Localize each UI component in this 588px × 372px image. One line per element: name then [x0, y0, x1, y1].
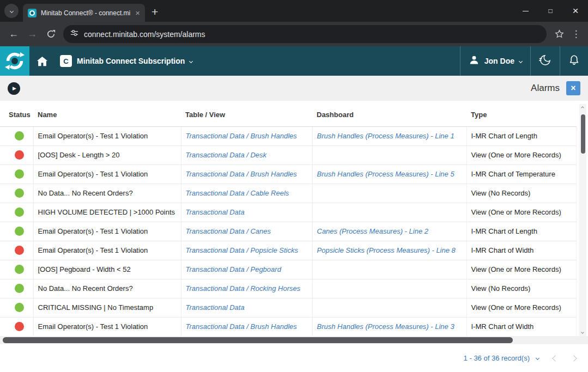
table-row[interactable]: Email Operator(s) - Test 1 Violation Tra… [0, 164, 576, 184]
tab-search-button[interactable] [4, 4, 19, 18]
name-cell: HIGH VOLUME DETECTED | >1000 Points [33, 203, 181, 222]
scheduler-button[interactable] [530, 46, 560, 76]
user-name: Jon Doe [484, 57, 514, 65]
alarm-dashboard-link[interactable]: Popsicle Sticks (Process Measures) - Lin… [317, 246, 456, 254]
notifications-button[interactable] [560, 46, 588, 76]
alarms-content: Status Name Table / View Dashboard Type … [0, 101, 588, 372]
alarm-dashboard-link[interactable]: Canes (Process Measures) - Line 2 [317, 227, 428, 235]
panel-close-button[interactable]: × [566, 81, 580, 95]
alarm-dashboard-link[interactable]: Brush Handles (Process Measures) - Line … [317, 322, 454, 331]
dashboard-cell [312, 145, 466, 164]
alarm-table-view-link[interactable]: Transactional Data / Canes [186, 227, 271, 235]
table-row[interactable]: Email Operator(s) - Test 1 Violation Tra… [0, 241, 576, 260]
alarm-type: View (No Records) [471, 284, 531, 292]
status-cell [0, 203, 33, 222]
alarm-table-view-link[interactable]: Transactional Data / Rocking Horses [186, 284, 301, 292]
vertical-scrollbar-thumb[interactable] [581, 114, 585, 154]
browser-tab[interactable]: Minitab Connect® - connect.mi... × [23, 4, 145, 22]
table-view-cell: Transactional Data / Pegboard [181, 260, 312, 279]
scroll-up-icon[interactable] [581, 106, 584, 109]
alarm-table-view-link[interactable]: Transactional Data / Cable Reels [186, 189, 289, 197]
name-cell: [OOS] Desk - Length > 20 [33, 145, 181, 164]
alarm-table-view-link[interactable]: Transactional Data [186, 208, 245, 216]
alarm-table-view-link[interactable]: Transactional Data [186, 303, 245, 312]
column-header-dashboard[interactable]: Dashboard [312, 101, 466, 126]
records-dropdown[interactable]: 1 - 36 of 36 record(s) [464, 354, 539, 362]
window-close-button[interactable]: × [563, 0, 588, 22]
records-label: 1 - 36 of 36 record(s) [464, 354, 530, 362]
table-row[interactable]: No Data... No Recent Orders? Transaction… [0, 279, 576, 298]
type-cell: View (No Records) [466, 184, 576, 203]
minimize-icon [523, 11, 529, 11]
address-bar[interactable]: connect.minitab.com/system/alarms [63, 25, 547, 43]
alarm-table-view-link[interactable]: Transactional Data / Popsicle Sticks [186, 246, 298, 254]
forward-button[interactable]: → [23, 25, 41, 44]
column-header-name[interactable]: Name [33, 101, 181, 126]
table-row[interactable]: [OOS] Pegboard - Width < 52 Transactiona… [0, 260, 576, 279]
tab-title: Minitab Connect® - connect.mi... [41, 9, 131, 17]
alarm-name: Email Operator(s) - Test 1 Violation [38, 170, 148, 178]
scroll-down-icon[interactable] [581, 331, 584, 334]
alarm-table-view-link[interactable]: Transactional Data / Brush Handles [186, 322, 297, 331]
next-page-button[interactable] [571, 355, 577, 361]
name-cell: Email Operator(s) - Test 1 Violation [33, 126, 181, 145]
alarm-table-view-link[interactable]: Transactional Data / Brush Handles [186, 170, 297, 178]
alarm-type: View (One or More Records) [471, 303, 561, 312]
back-button[interactable]: ← [4, 25, 23, 44]
table-row[interactable]: No Data... No Recent Orders? Transaction… [0, 184, 576, 203]
subscription-selector[interactable]: C Minitab Connect Subscription [54, 46, 198, 76]
dashboard-cell: Popsicle Sticks (Process Measures) - Lin… [312, 241, 466, 260]
home-button[interactable] [29, 46, 54, 76]
table-row[interactable]: Email Operator(s) - Test 1 Violation Tra… [0, 317, 576, 336]
table-view-cell: Transactional Data [181, 203, 312, 222]
column-header-table-view[interactable]: Table / View [181, 101, 312, 126]
table-row[interactable]: [OOS] Desk - Length > 20 Transactional D… [0, 145, 576, 164]
reload-button[interactable] [41, 25, 60, 44]
new-tab-button[interactable]: + [151, 6, 158, 17]
status-dot [15, 265, 24, 274]
alarm-name: Email Operator(s) - Test 1 Violation [38, 322, 148, 331]
horizontal-scrollbar[interactable] [0, 336, 588, 344]
table-view-cell: Transactional Data / Cable Reels [181, 184, 312, 203]
maximize-button[interactable]: □ [538, 0, 563, 22]
dashboard-cell [312, 203, 466, 222]
alarm-name: Email Operator(s) - Test 1 Violation [38, 246, 148, 254]
alarm-name: HIGH VOLUME DETECTED | >1000 Points [38, 208, 175, 216]
expand-menu-button[interactable]: ▶ [8, 82, 20, 95]
prev-page-button[interactable] [552, 355, 558, 361]
site-info-icon[interactable] [70, 29, 78, 39]
browser-menu-button[interactable]: ⋮ [568, 25, 584, 44]
table-row[interactable]: Email Operator(s) - Test 1 Violation Tra… [0, 222, 576, 241]
alarm-type: I-MR Chart of Length [471, 227, 537, 235]
minimize-button[interactable] [513, 0, 538, 22]
status-dot [15, 303, 24, 312]
alarm-dashboard-link[interactable]: Brush Handles (Process Measures) - Line … [317, 132, 454, 140]
horizontal-scrollbar-thumb[interactable] [3, 337, 513, 343]
alarm-table-view-link[interactable]: Transactional Data / Brush Handles [186, 132, 297, 140]
table-header-row: Status Name Table / View Dashboard Type [0, 101, 576, 126]
alarm-type: I-MR Chart of Temperature [471, 170, 555, 178]
alarm-table-view-link[interactable]: Transactional Data / Pegboard [186, 265, 281, 273]
status-dot [15, 169, 24, 179]
close-icon: × [571, 83, 575, 93]
column-header-status[interactable]: Status [0, 101, 33, 126]
alarm-dashboard-link[interactable]: Brush Handles (Process Measures) - Line … [317, 170, 454, 178]
name-cell: Email Operator(s) - Test 1 Violation [33, 222, 181, 241]
vertical-scrollbar[interactable] [579, 104, 586, 336]
table-row[interactable]: CRITICAL MISSING | No Timestamp Transact… [0, 298, 576, 317]
tab-close-icon[interactable]: × [135, 9, 140, 17]
minitab-connect-logo-icon[interactable] [0, 46, 29, 76]
user-menu[interactable]: Jon Doe [460, 46, 530, 76]
table-row[interactable]: HIGH VOLUME DETECTED | >1000 Points Tran… [0, 203, 576, 222]
app-header: C Minitab Connect Subscription Jon Doe [0, 46, 588, 76]
table-row[interactable]: Email Operator(s) - Test 1 Violation Tra… [0, 126, 576, 145]
alarm-table-view-link[interactable]: Transactional Data / Desk [186, 151, 267, 159]
alarm-name: [OOS] Pegboard - Width < 52 [38, 265, 131, 273]
column-header-type[interactable]: Type [466, 101, 576, 126]
name-cell: Email Operator(s) - Test 1 Violation [33, 241, 181, 260]
bookmark-star-icon[interactable] [550, 25, 568, 44]
status-cell [0, 279, 33, 298]
url-text: connect.minitab.com/system/alarms [84, 30, 205, 39]
table-view-cell: Transactional Data [181, 298, 312, 317]
alarm-type: View (No Records) [471, 189, 531, 197]
